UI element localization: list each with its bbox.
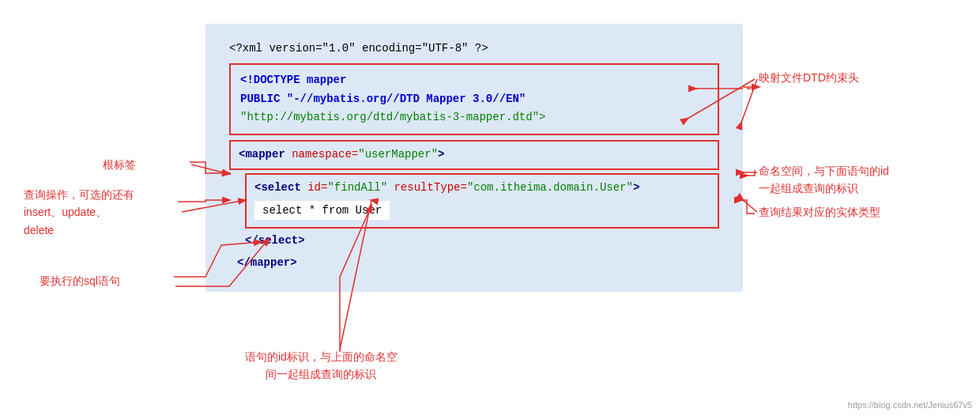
sql-body-text: select * from User <box>254 201 390 220</box>
mapper-close: </mapper> <box>229 254 719 273</box>
sql-body-container: select * from User <box>254 201 710 220</box>
annotation-query-op: 查询操作，可选的还有 insert、update、 delete <box>24 186 134 239</box>
annotation-result-type: 查询结果对应的实体类型 <box>759 204 880 221</box>
select-open-line: <select id="findAll" resultType="com.ith… <box>254 179 710 198</box>
doctype-box: <!DOCTYPE mapper PUBLIC "-//mybatis.org/… <box>229 63 719 135</box>
xml-declaration: <?xml version="1.0" encoding="UTF-8" ?> <box>229 40 719 59</box>
doctype-line2: PUBLIC "-//mybatis.org//DTD Mapper 3.0//… <box>240 90 708 109</box>
doctype-line3: "http://mybatis.org/dtd/mybatis-3-mapper… <box>240 108 708 127</box>
mapper-box: <mapper namespace="userMapper"> <box>229 140 719 170</box>
annotation-namespace: 命名空间，与下面语句的id 一起组成查询的标识 <box>759 162 889 198</box>
xml-decl-text: <?xml version="1.0" encoding="UTF-8" ?> <box>229 42 488 55</box>
annotation-sql-stmt: 要执行的sql语句 <box>40 273 120 289</box>
annotation-dtd: 映射文件DTD约束头 <box>759 70 859 86</box>
annotation-id: 语句的id标识，与上面的命名空 间一起组成查询的标识 <box>245 348 398 384</box>
mapper-open-text: <mapper namespace="userMapper"> <box>239 148 444 161</box>
doctype-line1: <!DOCTYPE mapper <box>240 71 708 90</box>
watermark: https://blog.csdn.net/Jenius67v5 <box>848 400 972 410</box>
select-close: </select> <box>229 232 719 251</box>
annotation-root-tag: 根标签 <box>103 157 136 173</box>
select-box: <select id="findAll" resultType="com.ith… <box>245 173 719 229</box>
code-container: <?xml version="1.0" encoding="UTF-8" ?> … <box>205 24 743 292</box>
